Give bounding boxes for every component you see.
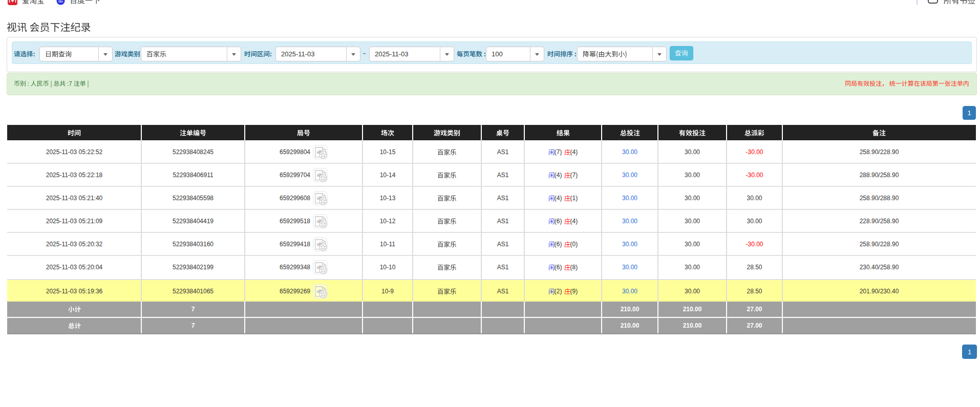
svg-text:du: du bbox=[58, 0, 63, 4]
